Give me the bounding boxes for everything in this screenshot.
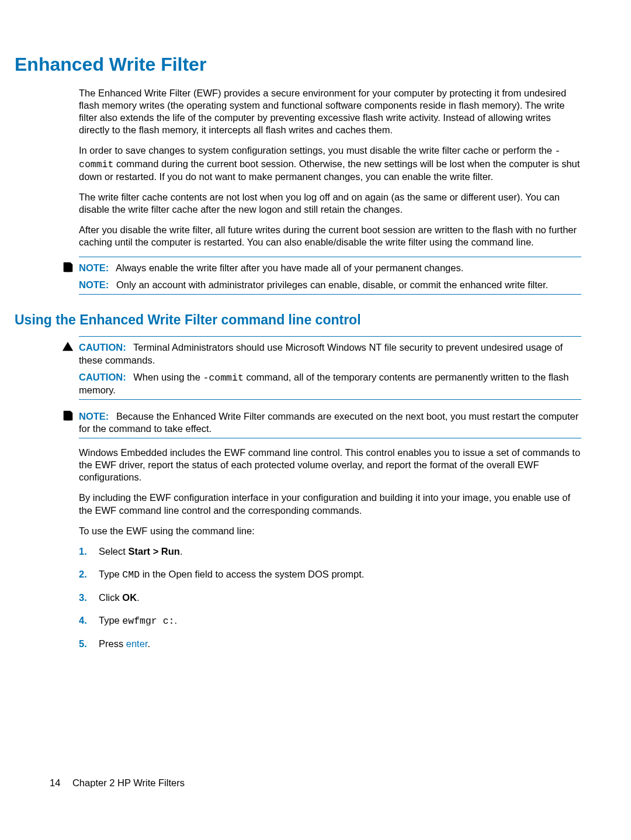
list-item: 5. Press enter. bbox=[79, 638, 581, 650]
text: command during the current boot session.… bbox=[79, 158, 580, 182]
inline-code: ewfmgr c: bbox=[122, 616, 174, 627]
caution-label: CAUTION: bbox=[79, 342, 126, 352]
text: . bbox=[137, 592, 140, 603]
text: . bbox=[147, 638, 150, 649]
note-text: Only an account with administrator privi… bbox=[116, 279, 548, 290]
inline-code: -commit bbox=[203, 372, 244, 383]
body-paragraph: Windows Embedded includes the EWF comman… bbox=[79, 447, 581, 483]
step-number: 4. bbox=[79, 614, 99, 627]
text: Type bbox=[99, 569, 122, 579]
note-label: NOTE: bbox=[79, 411, 109, 421]
inline-code: CMD bbox=[122, 569, 140, 580]
bold-text: Start > Run bbox=[128, 546, 179, 556]
text: Press bbox=[99, 638, 126, 649]
body-paragraph: In order to save changes to system confi… bbox=[79, 144, 581, 182]
caution-text: Terminal Administrators should use Micro… bbox=[79, 342, 563, 365]
section-heading: Using the Enhanced Write Filter command … bbox=[15, 312, 581, 328]
caution-text: When using the bbox=[133, 372, 203, 382]
list-item: 3. Click OK. bbox=[79, 592, 581, 604]
note-callout: NOTE: Always enable the write filter aft… bbox=[79, 257, 581, 295]
body-paragraph: After you disable the write filter, all … bbox=[79, 224, 581, 248]
note-icon bbox=[61, 409, 74, 422]
text: Type bbox=[99, 615, 122, 625]
text: . bbox=[174, 615, 177, 625]
body-paragraph: By including the EWF configuration inter… bbox=[79, 492, 581, 516]
caution-callout: CAUTION: Terminal Administrators should … bbox=[79, 336, 581, 399]
list-item: 2. Type CMD in the Open field to access … bbox=[79, 568, 581, 581]
list-item: 1. Select Start > Run. bbox=[79, 545, 581, 558]
list-item: 4. Type ewfmgr c:. bbox=[79, 614, 581, 627]
note-text: Because the Enhanced Write Filter comman… bbox=[79, 411, 578, 434]
text: Click bbox=[99, 592, 122, 603]
step-number: 3. bbox=[79, 592, 99, 604]
text: . bbox=[180, 546, 183, 556]
page-number: 14 bbox=[50, 777, 60, 788]
key-name: enter bbox=[126, 638, 148, 649]
caution-label: CAUTION: bbox=[79, 372, 126, 382]
note-callout: NOTE: Because the Enhanced Write Filter … bbox=[79, 406, 581, 438]
body-paragraph: The write filter cache contents are not … bbox=[79, 191, 581, 216]
note-icon bbox=[61, 261, 74, 274]
step-number: 2. bbox=[79, 568, 99, 581]
note-label: NOTE: bbox=[79, 262, 109, 273]
footer-text: Chapter 2 HP Write Filters bbox=[72, 777, 185, 788]
note-label: NOTE: bbox=[79, 279, 109, 290]
caution-icon bbox=[61, 340, 74, 353]
note-text: Always enable the write filter after you… bbox=[116, 262, 463, 273]
page-title: Enhanced Write Filter bbox=[15, 54, 581, 75]
text: In order to save changes to system confi… bbox=[79, 145, 554, 155]
page-footer: 14 Chapter 2 HP Write Filters bbox=[50, 777, 185, 789]
ordered-steps: 1. Select Start > Run. 2. Type CMD in th… bbox=[79, 545, 581, 651]
step-number: 1. bbox=[79, 545, 99, 558]
text: in the Open field to access the system D… bbox=[140, 569, 364, 579]
body-paragraph: The Enhanced Write Filter (EWF) provides… bbox=[79, 87, 581, 136]
step-number: 5. bbox=[79, 638, 99, 650]
body-paragraph: To use the EWF using the command line: bbox=[79, 525, 581, 537]
text: Select bbox=[99, 546, 128, 556]
bold-text: OK bbox=[122, 592, 137, 603]
